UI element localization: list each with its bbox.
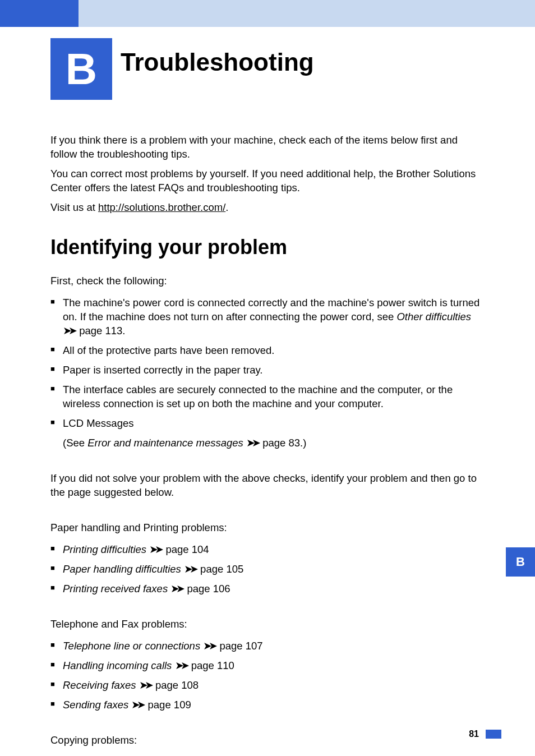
group-heading-paper: Paper handling and Printing problems:	[50, 521, 486, 535]
checklist-text: The interface cables are securely connec…	[63, 384, 453, 409]
item-title: Sending faxes	[63, 699, 128, 711]
intro-paragraph-3: Visit us at http://solutions.brother.com…	[50, 201, 486, 215]
page-number: 81	[469, 729, 479, 739]
page-content: If you think there is a problem with you…	[0, 94, 535, 756]
lcd-sub-pre: (See	[63, 437, 87, 449]
side-tab-letter: B	[516, 555, 525, 569]
arrow-icon: ➤➤	[184, 563, 195, 575]
arrow-icon: ➤➤	[175, 660, 186, 671]
intro-visit-pre: Visit us at	[50, 201, 98, 213]
item-page: page 108	[155, 679, 199, 691]
item-title: Handling incoming calls	[63, 660, 172, 671]
checklist-item: Paper is inserted correctly in the paper…	[50, 363, 486, 377]
section-para-2: If you did not solve your problem with t…	[50, 472, 486, 500]
list-item: Telephone line or connections ➤➤ page 10…	[50, 639, 486, 653]
item-page: page 110	[191, 660, 234, 671]
item-title: Telephone line or connections	[63, 640, 200, 652]
item-page: page 109	[148, 699, 191, 711]
checklist-page-ref: page 113.	[79, 325, 125, 336]
paper-list: Printing difficulties ➤➤ page 104 Paper …	[50, 543, 486, 596]
checklist-item: The interface cables are securely connec…	[50, 383, 486, 411]
list-item: Sending faxes ➤➤ page 109	[50, 698, 486, 712]
arrow-icon: ➤➤	[149, 543, 160, 555]
list-item: Printing received faxes ➤➤ page 106	[50, 582, 486, 596]
intro-paragraph-1: If you think there is a problem with you…	[50, 133, 486, 162]
intro-paragraph-2: You can correct most problems by yoursel…	[50, 167, 486, 195]
item-page: page 106	[187, 583, 230, 594]
item-page: page 107	[219, 640, 262, 652]
chapter-heading-row: B Troubleshooting	[0, 27, 535, 94]
chapter-letter-box: B	[50, 38, 112, 100]
list-item: Receiving faxes ➤➤ page 108	[50, 679, 486, 693]
lcd-sub-post: page 83.)	[260, 437, 306, 449]
page-footer: 81	[469, 729, 501, 739]
phone-list: Telephone line or connections ➤➤ page 10…	[50, 639, 486, 712]
group-heading-phone: Telephone and Fax problems:	[50, 617, 486, 631]
header-bar-accent	[0, 0, 79, 27]
item-title: Printing received faxes	[63, 583, 168, 594]
section-lead: First, check the following:	[50, 274, 486, 288]
group-heading-copy: Copying problems:	[50, 734, 486, 748]
section-heading-identifying: Identifying your problem	[50, 234, 486, 261]
arrow-icon: ➤➤	[131, 699, 142, 711]
list-item: Paper handling difficulties ➤➤ page 105	[50, 563, 486, 577]
arrow-icon: ➤➤	[139, 679, 150, 691]
chapter-title: Troubleshooting	[121, 48, 314, 76]
checklist-text: LCD Messages	[63, 417, 133, 429]
item-title: Printing difficulties	[63, 543, 146, 555]
side-tab: B	[506, 547, 535, 577]
item-page: page 104	[165, 543, 209, 555]
item-page: page 105	[200, 563, 243, 575]
checklist-item: All of the protective parts have been re…	[50, 344, 486, 358]
footer-accent-box	[486, 730, 501, 739]
checklist-item: The machine's power cord is connected co…	[50, 296, 486, 338]
item-title: Paper handling difficulties	[63, 563, 181, 575]
checklist-item: LCD Messages	[50, 417, 486, 431]
lcd-subnote: (See Error and maintenance messages ➤➤ p…	[63, 436, 486, 450]
solutions-link[interactable]: http://solutions.brother.com/	[98, 201, 225, 213]
checklist: The machine's power cord is connected co…	[50, 296, 486, 431]
arrow-icon: ➤➤	[203, 640, 214, 652]
checklist-text: All of the protective parts have been re…	[63, 344, 274, 356]
arrow-icon: ➤➤	[170, 583, 182, 594]
list-item: Printing difficulties ➤➤ page 104	[50, 543, 486, 557]
arrow-icon: ➤➤	[246, 437, 257, 449]
header-bar	[0, 0, 535, 27]
lcd-sub-italic: Error and maintenance messages	[87, 437, 243, 449]
checklist-text: Paper is inserted correctly in the paper…	[63, 364, 262, 376]
checklist-italic-ref: Other difficulties	[396, 311, 471, 322]
item-title: Receiving faxes	[63, 679, 136, 691]
chapter-letter: B	[66, 44, 97, 95]
arrow-icon: ➤➤	[63, 325, 74, 336]
intro-visit-post: .	[225, 201, 228, 213]
list-item: Handling incoming calls ➤➤ page 110	[50, 659, 486, 673]
